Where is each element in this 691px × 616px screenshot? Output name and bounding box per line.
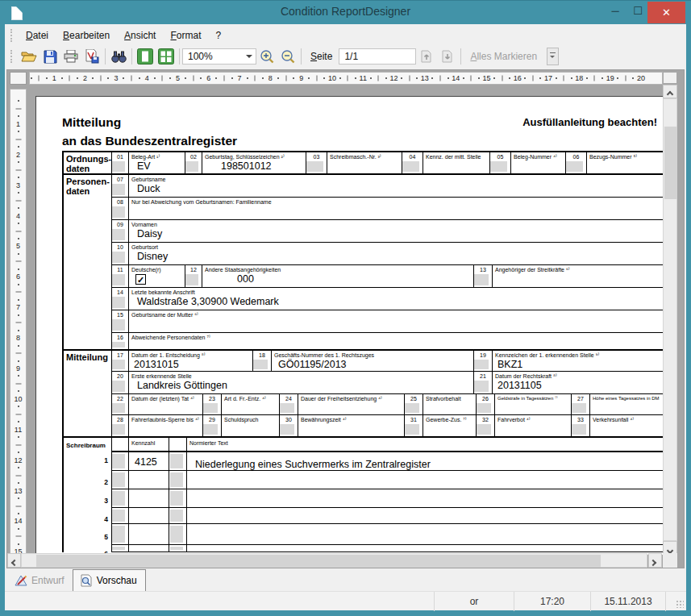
open-button[interactable] <box>19 47 40 66</box>
ruler-corner-box <box>10 72 27 85</box>
toolbar-separator <box>105 48 106 65</box>
menu-help[interactable]: ? <box>209 27 229 44</box>
export-pdf-icon <box>85 49 99 64</box>
section-personendaten: Personen-daten 07 GeburtsnameDuck 08 Nur… <box>64 175 663 351</box>
vertical-ruler: 123456789101112131415 <box>10 89 27 555</box>
vertical-scrollbar[interactable] <box>663 72 677 555</box>
toolbar: 100% Seite 1/1 Alles Markieren <box>5 44 686 69</box>
printer-icon <box>64 50 78 63</box>
status-cell-or: or <box>434 592 514 611</box>
binoculars-icon <box>111 51 127 63</box>
status-date: 15.11.2013 <box>590 592 665 611</box>
vorschau-icon <box>80 574 93 587</box>
search-button[interactable] <box>108 47 129 66</box>
toolbar-separator <box>301 48 302 65</box>
multi-page-icon <box>158 48 174 65</box>
tab-vorschau[interactable]: Vorschau <box>73 569 146 591</box>
schreibraum-row <box>112 508 663 524</box>
client-area: Datei Bearbeiten Ansicht Format ? <box>5 24 686 610</box>
single-page-view-button[interactable] <box>135 47 156 66</box>
form-title: Mitteilung an das Bundeszentralregister <box>62 113 237 150</box>
form-table: Ordnungs-daten 01 Beleg-Art ¹⁾EV 02 Gebu… <box>62 151 663 552</box>
horizontal-ruler: 1234567891011121314151617181920 <box>29 72 663 85</box>
maximize-button[interactable]: ☐ <box>627 1 648 23</box>
entwurf-icon <box>15 574 27 587</box>
menu-format[interactable]: Format <box>163 27 208 44</box>
print-button[interactable] <box>60 47 81 66</box>
tab-entwurf[interactable]: Entwurf <box>8 569 73 591</box>
app-window: Condition ReportDesigner ─ ☐ ✕ Datei Bea… <box>0 0 691 616</box>
open-folder-icon <box>21 50 37 63</box>
schreibraum-row <box>112 545 663 552</box>
schreibraum-rows: 4125 Niederlegung eines Suchvermerks im … <box>112 452 663 552</box>
menu-grip <box>10 29 14 42</box>
section-ordnungsdaten: Ordnungs-daten 01 Beleg-Art ¹⁾EV 02 Gebu… <box>64 152 663 175</box>
single-page-icon <box>137 48 153 65</box>
close-button[interactable]: ✕ <box>647 2 685 23</box>
zoom-out-icon <box>281 49 295 64</box>
status-time: 17:20 <box>514 592 590 611</box>
next-page-button[interactable] <box>437 47 458 66</box>
prev-page-button[interactable] <box>416 47 437 66</box>
zoom-in-icon <box>260 49 274 64</box>
section-schreibraum: Schreibraum 123456 Kennzahl <box>64 438 663 552</box>
menu-datei[interactable]: Datei <box>19 27 56 44</box>
schreibraum-row <box>112 524 663 545</box>
minimize-button[interactable]: ─ <box>603 1 627 23</box>
page-label: Seite <box>304 51 339 62</box>
designer-area: 1234567891011121314151617181920 12345678… <box>6 69 685 568</box>
schreibraum-row: 4125 Niederlegung eines Suchvermerks im … <box>112 452 663 471</box>
horizontal-scrollbar[interactable] <box>7 553 662 568</box>
scroll-up-arrow[interactable] <box>663 85 677 98</box>
section-mitteilung: Mitteilung 17 Datum der 1. Entscheidung … <box>64 351 663 438</box>
zoom-in-button[interactable] <box>256 47 277 66</box>
prev-page-icon <box>419 49 434 64</box>
toolbar-separator <box>179 48 180 65</box>
resize-grip[interactable] <box>676 600 684 608</box>
menu-ansicht[interactable]: Ansicht <box>117 27 163 44</box>
toolbar-overflow-button[interactable] <box>547 48 559 65</box>
zoom-combobox[interactable]: 100% <box>182 48 256 65</box>
scrollbar-corner <box>663 553 677 568</box>
vertical-scroll-thumb[interactable] <box>664 127 677 199</box>
form-note: Ausfüllanleitung beachten! <box>383 116 657 128</box>
zoom-value: 100% <box>188 51 213 62</box>
zoom-out-button[interactable] <box>277 47 298 66</box>
page-input[interactable]: 1/1 <box>339 48 416 65</box>
view-tabs: Entwurf Vorschau <box>6 569 688 591</box>
schreibraum-row <box>112 489 663 508</box>
menu-bar: Datei Bearbeiten Ansicht Format ? <box>5 26 686 44</box>
menu-bearbeiten[interactable]: Bearbeiten <box>56 27 117 44</box>
toolbar-separator <box>460 48 461 65</box>
save-icon <box>44 50 57 64</box>
export-button[interactable] <box>81 47 102 66</box>
report-page: Mitteilung an das Bundeszentralregister … <box>35 96 663 555</box>
save-button[interactable] <box>40 47 60 66</box>
window-title: Condition ReportDesigner <box>0 5 691 18</box>
preview-canvas: Mitteilung an das Bundeszentralregister … <box>27 85 663 555</box>
status-bar: or 17:20 15.11.2013 <box>5 591 686 610</box>
scroll-right-arrow[interactable] <box>648 553 662 568</box>
chevron-down-icon <box>246 55 252 61</box>
horizontal-scroll-thumb[interactable] <box>36 555 601 568</box>
toolbar-grip <box>10 50 14 63</box>
scrollbar-splitter-box[interactable] <box>663 72 677 84</box>
schreibraum-row <box>112 471 663 489</box>
scroll-left-arrow[interactable] <box>7 553 21 568</box>
toolbar-separator <box>131 48 132 65</box>
multi-page-view-button[interactable] <box>156 47 177 66</box>
select-all-button[interactable]: Alles Markieren <box>464 51 543 62</box>
checkbox-deutsche: ✓ <box>135 274 146 285</box>
next-page-icon <box>440 49 455 64</box>
title-bar: Condition ReportDesigner ─ ☐ ✕ <box>0 0 691 24</box>
